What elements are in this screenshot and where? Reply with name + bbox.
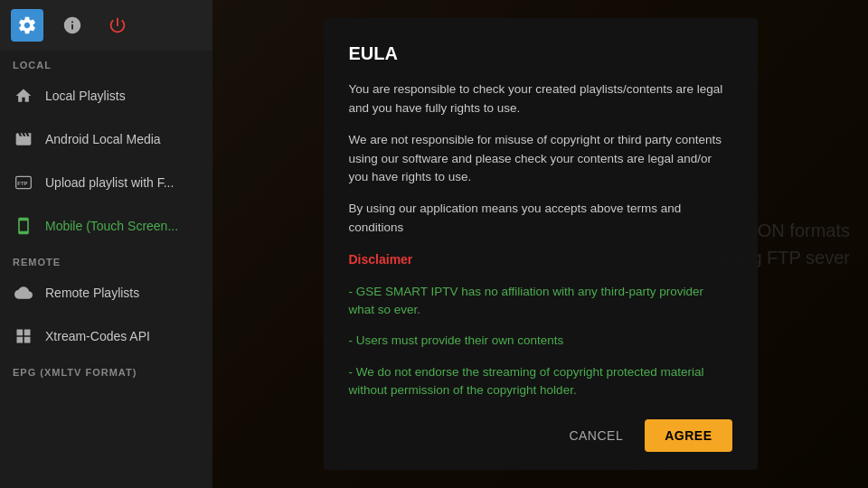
eula-modal: EULA You are responsible to check your c… [324,18,758,470]
disclaimer-item-2: - Users must provide their own contents [349,332,732,350]
disclaimer-item-1: - GSE SMART IPTV has no affiliation with… [349,283,732,320]
sidebar-item-android-local-media[interactable]: Android Local Media [0,117,212,161]
ftp-icon: FTP [13,172,34,193]
cloud-icon [13,282,34,304]
modal-body: You are responsible to check your create… [349,80,732,399]
mobile-label: Mobile (Touch Screen... [45,219,178,233]
sidebar-icon-bar [0,0,212,51]
local-playlists-label: Local Playlists [45,89,126,103]
sidebar-item-upload-playlist[interactable]: FTP Upload playlist with F... [0,161,212,204]
remote-section-label: REMOTE [0,248,212,271]
sidebar-item-mobile[interactable]: Mobile (Touch Screen... [0,204,212,248]
grid-icon [13,325,34,347]
movie-icon [13,128,34,150]
sidebar-item-xtream-codes[interactable]: Xtream-Codes API [0,314,212,358]
disclaimer-item-3: - We do not endorse the streaming of cop… [349,363,732,400]
sidebar-item-local-playlists[interactable]: Local Playlists [0,74,212,117]
modal-actions: CANCEL AGREE [349,419,732,452]
settings-button[interactable] [11,9,43,42]
main-content: SON formats using FTP sever EULA You are… [212,0,868,488]
phone-icon [13,215,34,237]
cancel-button[interactable]: CANCEL [558,421,634,450]
modal-paragraph-1: You are responsible to check your create… [349,80,732,118]
xtream-codes-label: Xtream-Codes API [45,329,150,343]
svg-text:FTP: FTP [17,181,27,186]
modal-overlay: EULA You are responsible to check your c… [212,0,868,488]
epg-section-label: EPG (XMLTV FORMAT) [0,358,212,381]
remote-playlists-label: Remote Playlists [45,286,139,300]
android-local-media-label: Android Local Media [45,132,161,146]
modal-title: EULA [349,43,732,64]
disclaimer-title: Disclaimer [349,250,732,270]
modal-paragraph-2: We are not responsible for misuse of cop… [349,131,732,188]
local-section-label: LOCAL [0,51,212,74]
info-button[interactable] [56,9,89,42]
upload-playlist-label: Upload playlist with F... [45,175,174,190]
agree-button[interactable]: AGREE [645,419,731,452]
power-button[interactable] [101,9,134,42]
home-icon [13,85,34,107]
sidebar-item-remote-playlists[interactable]: Remote Playlists [0,271,212,314]
sidebar: LOCAL Local Playlists Android Local Medi… [0,0,212,488]
modal-paragraph-3: By using our application means you accep… [349,200,732,238]
